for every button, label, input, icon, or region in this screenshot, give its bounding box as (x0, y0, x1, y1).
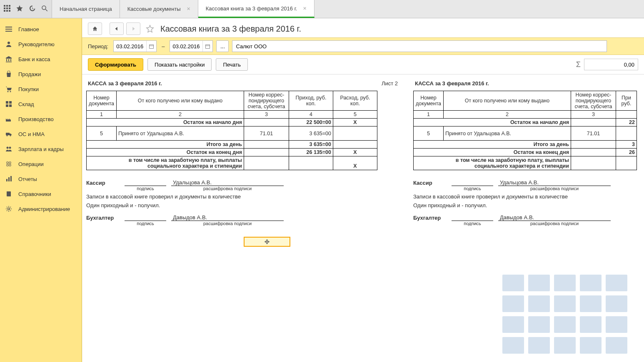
sidebar-item-reports[interactable]: Отчеты (0, 171, 82, 186)
sidebar-item-bank[interactable]: Банк и касса (0, 52, 82, 67)
svg-rect-32 (10, 176, 12, 181)
cart-icon (5, 85, 12, 93)
period-toolbar: Период: – ... (82, 37, 644, 55)
svg-rect-5 (9, 7, 10, 9)
dash: – (160, 43, 166, 50)
watermark (502, 275, 627, 354)
svg-rect-0 (4, 5, 5, 7)
search-icon[interactable] (41, 5, 48, 13)
grid-icon (5, 100, 12, 108)
svg-rect-16 (8, 59, 9, 61)
svg-rect-24 (9, 104, 12, 107)
book-icon (5, 190, 12, 198)
cash-sheet-left: КАССА за 3 февраля 2016 г. Номер докумен… (86, 79, 377, 226)
calendar-icon[interactable] (202, 41, 212, 52)
sidebar-item-admin[interactable]: Администрирование (0, 201, 82, 216)
tab-home[interactable]: Начальная страница (52, 0, 120, 18)
date-to-input[interactable] (170, 40, 213, 52)
factory-icon (5, 115, 12, 123)
ops-icon (5, 160, 12, 168)
truck-icon (5, 130, 12, 138)
forward-button[interactable] (126, 22, 140, 35)
svg-point-27 (10, 135, 11, 136)
col-doc-num: Номер документа (87, 91, 117, 111)
svg-rect-15 (6, 59, 7, 61)
close-icon[interactable]: ✕ (187, 6, 190, 12)
col-expense: Расход, руб. коп. (333, 91, 377, 111)
sum-input[interactable] (584, 59, 638, 70)
selected-cell[interactable] (244, 237, 290, 247)
cash-sheet-right: КАССА за 3 февраля 2016 г. Номер докумен… (413, 79, 637, 226)
svg-rect-2 (9, 5, 10, 7)
cash-table-left: Номер документа От кого получено или ком… (86, 91, 377, 170)
sheet-title: КАССА за 3 февраля 2016 г. (86, 79, 164, 87)
bag-icon (5, 70, 12, 78)
sidebar-item-operations[interactable]: Операции (0, 156, 82, 171)
svg-rect-31 (8, 177, 10, 181)
settings-button[interactable]: Показать настройки (147, 58, 212, 71)
svg-rect-12 (5, 29, 12, 30)
svg-rect-22 (9, 101, 12, 104)
period-label: Период: (88, 43, 108, 50)
user-icon (5, 40, 12, 48)
svg-rect-6 (4, 10, 5, 12)
tab-cash-book[interactable]: Кассовая книга за 3 февраля 2016 г.✕ (198, 0, 315, 18)
sidebar-item-production[interactable]: Производство (0, 112, 82, 126)
date-from-input[interactable] (113, 40, 157, 52)
svg-point-14 (7, 42, 10, 44)
sidebar-item-sales[interactable]: Продажи (0, 67, 82, 82)
svg-rect-23 (6, 104, 8, 107)
sidebar-item-warehouse[interactable]: Склад (0, 97, 82, 112)
svg-rect-36 (206, 45, 210, 48)
calendar-icon[interactable] (146, 41, 156, 52)
signature-block-right: Кассир Удальцова А.В. подпись расшифровк… (413, 179, 637, 226)
menu-icon (5, 25, 12, 33)
col-income: Приход, руб. коп. (289, 91, 333, 111)
generate-button[interactable]: Сформировать (88, 58, 143, 71)
sidebar: Главное Руководителю Банк и касса Продаж… (0, 18, 82, 362)
svg-rect-7 (6, 10, 8, 12)
sidebar-item-main[interactable]: Главное (0, 22, 82, 37)
tab-cash-docs[interactable]: Кассовые документы✕ (120, 0, 198, 18)
chart-icon (5, 175, 12, 183)
page-title: Кассовая книга за 3 февраля 2016 г. (160, 24, 301, 34)
bank-icon (5, 55, 12, 63)
action-toolbar: Сформировать Показать настройки Печать Σ (82, 55, 644, 74)
history-icon[interactable] (28, 5, 36, 13)
print-button[interactable]: Печать (216, 58, 248, 71)
back-button[interactable] (110, 22, 124, 35)
sigma-icon: Σ (576, 60, 581, 69)
svg-point-26 (7, 135, 8, 136)
close-icon[interactable]: ✕ (303, 6, 307, 11)
organization-input[interactable] (232, 40, 607, 52)
sidebar-item-assets[interactable]: ОС и НМА (0, 126, 82, 141)
top-bar: Начальная страница Кассовые документы✕ К… (0, 0, 644, 18)
svg-point-19 (7, 91, 9, 92)
star-icon[interactable] (16, 5, 23, 13)
svg-rect-13 (5, 31, 12, 32)
move-cursor-icon (265, 239, 270, 244)
period-picker-button[interactable]: ... (216, 40, 229, 52)
sum-box: Σ (576, 59, 638, 70)
report-area[interactable]: КАССА за 3 февраля 2016 г. Номер докумен… (82, 74, 644, 362)
gear-icon (5, 205, 12, 213)
svg-rect-11 (5, 27, 12, 27)
sidebar-item-refs[interactable]: Справочники (0, 186, 82, 201)
favorite-icon[interactable] (145, 24, 155, 33)
home-button[interactable] (88, 22, 102, 35)
cash-table-right: Номер документа От кого получено или ком… (413, 91, 637, 170)
svg-rect-4 (6, 7, 8, 9)
svg-rect-25 (6, 133, 10, 135)
sidebar-item-hr[interactable]: Зарплата и кадры (0, 141, 82, 156)
svg-point-20 (10, 91, 11, 92)
apps-icon[interactable] (3, 5, 11, 13)
people-icon (5, 145, 12, 153)
sheet-title: КАССА за 3 февраля 2016 г. (413, 79, 637, 87)
sidebar-item-manager[interactable]: Руководителю (0, 37, 82, 52)
signature-block-left: Кассир Удальцова А.В. подпись расшифровк… (86, 179, 377, 226)
svg-point-28 (7, 147, 9, 149)
page-number: Лист 2 (380, 79, 413, 87)
top-tools (0, 0, 52, 18)
svg-rect-21 (6, 101, 8, 104)
sidebar-item-purchases[interactable]: Покупки (0, 82, 82, 97)
